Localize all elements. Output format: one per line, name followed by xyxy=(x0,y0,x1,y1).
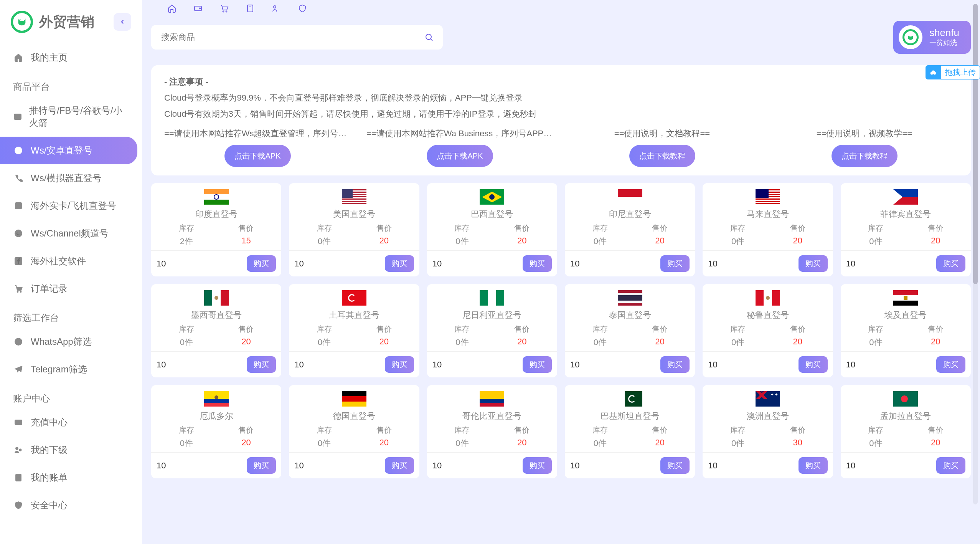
buy-button[interactable]: 购买 xyxy=(799,356,828,373)
sidebar-item-ws-channel[interactable]: Ws/Channel频道号 xyxy=(0,220,137,247)
buy-button[interactable]: 购买 xyxy=(385,457,414,474)
buy-button[interactable]: 购买 xyxy=(799,255,828,272)
sidebar-item-label: 我的主页 xyxy=(31,51,68,64)
price-label: 售价 xyxy=(652,324,667,334)
quantity-value[interactable]: 10 xyxy=(708,461,717,471)
quantity-value[interactable]: 10 xyxy=(846,259,855,269)
notice-download-button[interactable]: 点击下载APK xyxy=(427,145,493,167)
sidebar-item-home[interactable]: 我的主页 xyxy=(0,44,137,71)
buy-button[interactable]: 购买 xyxy=(660,457,690,474)
price-label: 售价 xyxy=(928,425,943,435)
flag-icon xyxy=(204,290,229,306)
sidebar-item-bills[interactable]: 我的账单 xyxy=(0,464,137,491)
top-home-icon[interactable] xyxy=(167,3,177,14)
product-stats: 库存2件售价15 xyxy=(157,223,276,247)
buy-button[interactable]: 购买 xyxy=(660,255,690,272)
sidebar-item-overseas-social[interactable]: 海外社交软件 xyxy=(0,247,137,275)
quantity-value[interactable]: 10 xyxy=(432,360,442,370)
stock-value: 0件 xyxy=(179,438,194,449)
flag-icon xyxy=(480,391,504,407)
buy-button[interactable]: 购买 xyxy=(936,356,965,373)
buy-button[interactable]: 购买 xyxy=(247,356,276,373)
svg-point-25 xyxy=(274,6,276,8)
sidebar-item-downline[interactable]: 我的下级 xyxy=(0,436,137,464)
buy-button[interactable]: 购买 xyxy=(523,356,552,373)
notice-download-button[interactable]: 点击下载教程 xyxy=(832,145,898,167)
quantity-value[interactable]: 10 xyxy=(708,259,717,269)
stock-value: 0件 xyxy=(179,337,194,348)
buy-button[interactable]: 购买 xyxy=(523,255,552,272)
product-stats: 库存0件售价20 xyxy=(570,324,690,348)
top-cart-icon[interactable] xyxy=(219,3,229,14)
sidebar-section-filter: 筛选工作台 xyxy=(0,303,142,328)
user-chip[interactable]: shenfu 一贫如洗 xyxy=(893,21,971,54)
quantity-value[interactable]: 10 xyxy=(294,461,304,471)
upload-float[interactable]: 拖拽上传 xyxy=(926,65,980,79)
buy-button[interactable]: 购买 xyxy=(247,255,276,272)
quantity-value[interactable]: 10 xyxy=(846,461,855,471)
price-value: 20 xyxy=(652,438,667,448)
flag-icon xyxy=(893,391,918,407)
stock-value: 0件 xyxy=(317,236,332,247)
sidebar-item-orders[interactable]: 订单记录 xyxy=(0,275,137,303)
notice-download-button[interactable]: 点击下载APK xyxy=(224,145,290,167)
price-label: 售价 xyxy=(376,425,392,435)
sidebar-item-ws-android[interactable]: Ws/安卓直登号 xyxy=(0,137,137,164)
notice-columns: ==请使用本网站推荐Ws超级直登管理，序列号APP下载地址==点击下载APK==… xyxy=(164,126,958,167)
wallet-icon xyxy=(13,418,24,427)
cloud-upload-icon xyxy=(926,65,941,79)
quantity-value[interactable]: 10 xyxy=(846,360,855,370)
quantity-value[interactable]: 10 xyxy=(570,461,579,471)
buy-button[interactable]: 购买 xyxy=(936,457,965,474)
sidebar-item-telegram-filter[interactable]: Telegram筛选 xyxy=(0,356,137,383)
search-input[interactable] xyxy=(160,32,420,43)
sidebar-item-social-accounts[interactable]: 推特号/FB号/谷歌号/小火箭 xyxy=(0,97,137,137)
quantity-value[interactable]: 10 xyxy=(157,259,166,269)
buy-button[interactable]: 购买 xyxy=(247,457,276,474)
stock-label: 库存 xyxy=(868,223,883,233)
price-label: 售价 xyxy=(514,425,530,435)
quantity-value[interactable]: 10 xyxy=(432,259,442,269)
price-value: 20 xyxy=(376,337,392,347)
stock-label: 库存 xyxy=(454,324,470,334)
sidebar-item-overseas-sim[interactable]: 海外实卡/飞机直登号 xyxy=(0,192,137,220)
top-wallet-icon[interactable] xyxy=(193,3,203,14)
notice-line-1: Cloud号登录概率为99.9%，不会向直登号那样难登录，彻底解决登录的烦恼，A… xyxy=(164,90,958,106)
quantity-value[interactable]: 10 xyxy=(294,360,304,370)
sidebar: 外贸营销 我的主页 商品平台 推特号/FB号/谷歌号/小火箭 Ws/安卓直登号 … xyxy=(0,0,142,544)
top-shield-icon[interactable] xyxy=(297,3,308,14)
sidebar-item-label: 我的账单 xyxy=(31,471,68,484)
product-grid: 印度直登号库存2件售价1510购买美国直登号库存0件售价2010购买巴西直登号库… xyxy=(151,183,971,478)
buy-button[interactable]: 购买 xyxy=(660,356,690,373)
stock-label: 库存 xyxy=(179,223,194,233)
sidebar-nav: 我的主页 商品平台 推特号/FB号/谷歌号/小火箭 Ws/安卓直登号 Ws/模拟… xyxy=(0,44,142,534)
top-icon-row xyxy=(151,0,971,17)
price-label: 售价 xyxy=(928,324,943,334)
stock-label: 库存 xyxy=(179,425,194,435)
sidebar-item-label: Ws/模拟器直登号 xyxy=(31,172,102,184)
top-bill-icon[interactable] xyxy=(245,3,256,14)
quantity-value[interactable]: 10 xyxy=(708,360,717,370)
sidebar-item-recharge[interactable]: 充值中心 xyxy=(0,408,137,436)
quantity-value[interactable]: 10 xyxy=(570,259,579,269)
buy-button[interactable]: 购买 xyxy=(936,255,965,272)
notice-download-button[interactable]: 点击下载教程 xyxy=(629,145,695,167)
search-icon[interactable] xyxy=(424,33,434,42)
sidebar-item-ws-emulator[interactable]: Ws/模拟器直登号 xyxy=(0,164,137,192)
quantity-value[interactable]: 10 xyxy=(157,360,166,370)
svg-point-9 xyxy=(17,291,18,293)
product-stats: 库存0件售价20 xyxy=(708,324,827,348)
sidebar-item-security[interactable]: 安全中心 xyxy=(0,491,137,519)
buy-button[interactable]: 购买 xyxy=(523,457,552,474)
price-value: 20 xyxy=(790,236,805,246)
sidebar-collapse-button[interactable] xyxy=(114,13,131,31)
buy-button[interactable]: 购买 xyxy=(385,255,414,272)
buy-button[interactable]: 购买 xyxy=(385,356,414,373)
quantity-value[interactable]: 10 xyxy=(294,259,304,269)
quantity-value[interactable]: 10 xyxy=(157,461,166,471)
quantity-value[interactable]: 10 xyxy=(570,360,579,370)
buy-button[interactable]: 购买 xyxy=(799,457,828,474)
sidebar-item-whatsapp-filter[interactable]: WhatsApp筛选 xyxy=(0,328,137,356)
top-users-icon[interactable] xyxy=(271,3,282,14)
quantity-value[interactable]: 10 xyxy=(432,461,442,471)
